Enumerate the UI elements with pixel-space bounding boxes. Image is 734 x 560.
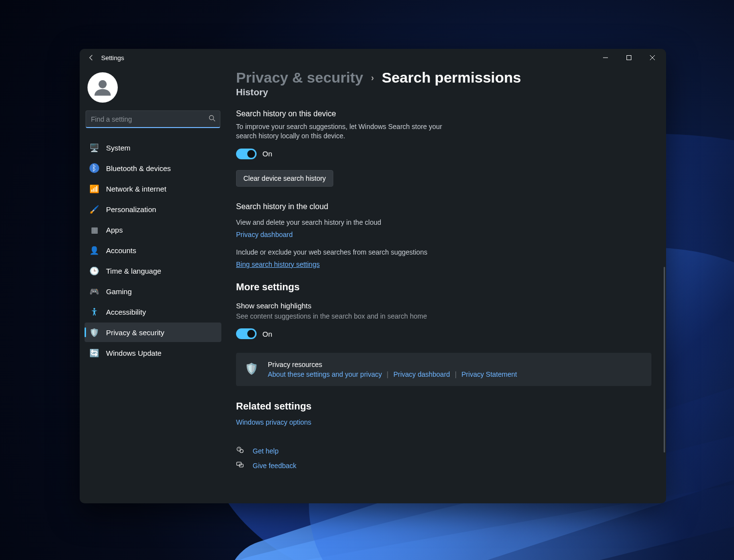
sidebar-item-apps[interactable]: ▦Apps xyxy=(85,220,221,239)
give-feedback-link[interactable]: Give feedback xyxy=(253,462,297,470)
highlights-desc: See content suggestions in the search bo… xyxy=(236,312,653,321)
help-icon: ? xyxy=(236,446,245,456)
close-button[interactable] xyxy=(641,50,664,65)
breadcrumb-parent[interactable]: Privacy & security xyxy=(236,69,363,86)
sidebar-item-label: Time & language xyxy=(106,267,161,275)
sidebar-item-label: Privacy & security xyxy=(106,328,164,337)
device-history-toggle-label: On xyxy=(262,150,272,158)
svg-text:?: ? xyxy=(238,448,240,451)
accessibility-icon xyxy=(89,307,99,317)
apps-icon: ▦ xyxy=(89,225,99,235)
sidebar-item-label: System xyxy=(106,144,130,152)
avatar[interactable] xyxy=(87,72,118,103)
sidebar-item-gaming[interactable]: 🎮Gaming xyxy=(85,281,221,301)
section-heading-history: History xyxy=(236,87,653,98)
sidebar-item-bluetooth[interactable]: ᛒBluetooth & devices xyxy=(85,158,221,178)
scrollbar-thumb[interactable] xyxy=(664,267,665,452)
search-input[interactable] xyxy=(86,110,220,128)
update-icon: 🔄 xyxy=(89,348,99,358)
privacy-dashboard-card-link[interactable]: Privacy dashboard xyxy=(393,370,450,378)
minimize-button[interactable] xyxy=(594,50,617,65)
nav-list: 🖥️System ᛒBluetooth & devices 📶Network &… xyxy=(85,138,221,363)
sidebar-item-network[interactable]: 📶Network & internet xyxy=(85,179,221,198)
svg-rect-1 xyxy=(627,56,631,60)
subheading-cloud-history: Search history in the cloud xyxy=(236,202,653,211)
sidebar-item-label: Accounts xyxy=(106,246,136,255)
sidebar: 🖥️System ᛒBluetooth & devices 📶Network &… xyxy=(80,66,226,503)
sidebar-item-time[interactable]: 🕒Time & language xyxy=(85,261,221,280)
clock-icon: 🕒 xyxy=(89,266,99,276)
feedback-row[interactable]: Give feedback xyxy=(236,461,653,471)
svg-line-6 xyxy=(213,119,215,121)
titlebar: Settings xyxy=(80,49,666,66)
sidebar-item-system[interactable]: 🖥️System xyxy=(85,138,221,157)
clear-history-button[interactable]: Clear device search history xyxy=(236,170,333,187)
bing-history-link[interactable]: Bing search history settings xyxy=(236,260,320,268)
section-heading-related: Related settings xyxy=(236,401,653,412)
sidebar-item-label: Windows Update xyxy=(106,349,161,357)
get-help-link[interactable]: Get help xyxy=(253,447,279,455)
shield-icon: 🛡️ xyxy=(245,363,258,375)
sidebar-item-label: Apps xyxy=(106,226,123,234)
web-search-desc: Include or exclude your web searches fro… xyxy=(236,248,653,257)
svg-point-7 xyxy=(93,308,95,310)
privacy-statement-link[interactable]: Privacy Statement xyxy=(461,370,517,378)
sidebar-item-personalization[interactable]: 🖌️Personalization xyxy=(85,199,221,219)
svg-point-9 xyxy=(240,450,243,453)
section-heading-more: More settings xyxy=(236,281,653,293)
privacy-card-title: Privacy resources xyxy=(268,361,517,368)
sidebar-item-update[interactable]: 🔄Windows Update xyxy=(85,343,221,363)
subheading-device-history: Search history on this device xyxy=(236,109,653,118)
feedback-icon xyxy=(236,461,245,471)
window-title: Settings xyxy=(101,54,124,62)
shield-icon: 🛡️ xyxy=(89,327,99,337)
sidebar-item-label: Bluetooth & devices xyxy=(106,164,171,172)
device-history-desc: To improve your search suggestions, let … xyxy=(236,122,446,141)
back-button[interactable] xyxy=(84,50,99,65)
sidebar-item-accessibility[interactable]: Accessibility xyxy=(85,302,221,322)
sidebar-item-accounts[interactable]: 👤Accounts xyxy=(85,240,221,260)
sidebar-item-label: Accessibility xyxy=(106,308,146,316)
wifi-icon: 📶 xyxy=(89,184,99,194)
chevron-right-icon: › xyxy=(371,73,374,83)
settings-window: Settings 🖥️System ᛒBluetooth & devices 📶… xyxy=(80,49,666,503)
search-icon xyxy=(209,115,216,124)
monitor-icon: 🖥️ xyxy=(89,143,99,152)
device-history-toggle[interactable] xyxy=(236,149,257,159)
bluetooth-icon: ᛒ xyxy=(89,163,99,173)
sidebar-item-label: Personalization xyxy=(106,205,156,214)
sidebar-item-privacy[interactable]: 🛡️Privacy & security xyxy=(85,323,221,342)
svg-point-5 xyxy=(209,115,214,120)
highlights-toggle-label: On xyxy=(262,330,272,338)
svg-point-4 xyxy=(99,80,107,88)
window-controls xyxy=(594,50,664,65)
privacy-dashboard-link[interactable]: Privacy dashboard xyxy=(236,231,293,238)
highlights-toggle[interactable] xyxy=(236,328,257,339)
brush-icon: 🖌️ xyxy=(89,204,99,214)
cloud-history-desc: View and delete your search history in t… xyxy=(236,218,446,227)
privacy-resources-card: 🛡️ Privacy resources About these setting… xyxy=(236,353,651,386)
breadcrumb-current: Search permissions xyxy=(382,69,521,86)
main-content: Privacy & security › Search permissions … xyxy=(226,66,666,503)
svg-rect-11 xyxy=(237,462,241,466)
get-help-row[interactable]: ? Get help xyxy=(236,446,653,456)
sidebar-item-label: Gaming xyxy=(106,287,132,296)
windows-privacy-options-link[interactable]: Windows privacy options xyxy=(236,418,311,426)
search-field-wrap xyxy=(86,110,220,128)
privacy-card-links: About these settings and your privacy | … xyxy=(268,370,517,378)
subheading-highlights: Show search highlights xyxy=(236,302,653,310)
sidebar-item-label: Network & internet xyxy=(106,185,166,193)
maximize-button[interactable] xyxy=(617,50,641,65)
gamepad-icon: 🎮 xyxy=(89,286,99,296)
person-icon: 👤 xyxy=(89,245,99,255)
about-privacy-link[interactable]: About these settings and your privacy xyxy=(268,370,382,378)
breadcrumb: Privacy & security › Search permissions xyxy=(236,69,653,86)
